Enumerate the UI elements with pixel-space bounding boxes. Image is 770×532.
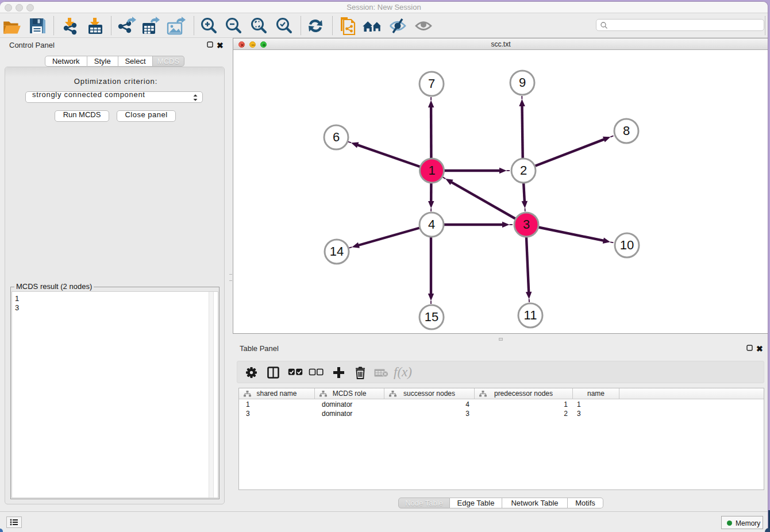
svg-text:2: 2: [520, 163, 527, 178]
svg-text:1: 1: [428, 163, 435, 178]
svg-text:15: 15: [425, 310, 438, 324]
svg-text:8: 8: [623, 124, 630, 138]
svg-text:7: 7: [428, 76, 435, 91]
svg-text:6: 6: [333, 130, 340, 144]
svg-text:4: 4: [428, 217, 435, 232]
svg-text:3: 3: [523, 217, 530, 232]
svg-text:10: 10: [620, 238, 634, 252]
svg-text:9: 9: [519, 75, 526, 90]
svg-text:11: 11: [524, 308, 537, 322]
svg-text:14: 14: [330, 244, 344, 259]
